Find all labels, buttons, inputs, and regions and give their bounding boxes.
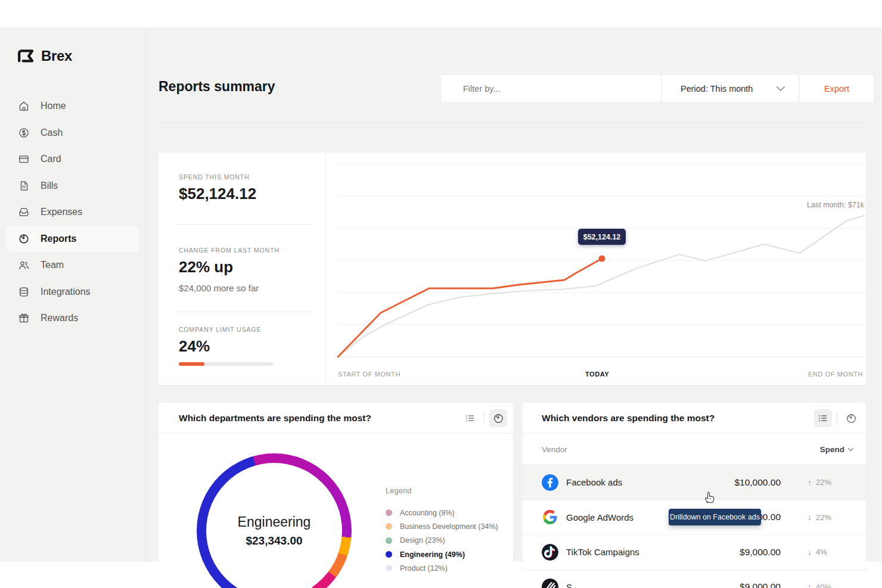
stat-change-from-last-month: CHANGE FROM LAST MONTH 22% up $24,000 mo…	[179, 247, 312, 293]
sidebar-item-label: Bills	[41, 181, 58, 191]
current-point-marker[interactable]	[599, 256, 605, 262]
vendor-row[interactable]: Facebook ads $10,000.00 ↑ 22%	[523, 465, 866, 500]
list-view-button[interactable]	[461, 409, 479, 427]
legend-dot	[386, 523, 392, 530]
brex-logo-mark-icon	[17, 48, 36, 64]
sidebar-item-label: Reports	[41, 234, 76, 244]
sidebar-item-rewards[interactable]: Rewards	[6, 305, 139, 332]
legend-dot	[386, 565, 392, 571]
sidebar-item-card[interactable]: Card	[6, 146, 139, 173]
chart-tooltip: $52,124.12	[578, 229, 626, 245]
column-header-spend-label: Spend	[820, 445, 844, 454]
sidebar-item-label: Integrations	[41, 287, 91, 297]
stat-value: 24%	[179, 337, 312, 356]
pie-chart-icon	[493, 413, 504, 424]
stats-divider	[174, 312, 312, 312]
legend-title: Legend	[386, 486, 498, 495]
vendors-view-toggle	[814, 403, 860, 434]
limit-usage-progress-track	[179, 362, 273, 366]
column-header-spend-sort[interactable]: Spend	[820, 445, 854, 454]
sidebar-nav: Home Cash Card Bills Expenses Reports Te…	[6, 93, 139, 332]
stat-label: COMPANY LIMIT USAGE	[179, 326, 312, 333]
rewards-icon	[18, 312, 30, 324]
limit-usage-progress-fill	[179, 362, 204, 366]
legend-label: Design (23%)	[400, 536, 445, 545]
legend-item[interactable]: Design (23%)	[386, 534, 498, 547]
departments-view-toggle	[461, 403, 507, 434]
sidebar-item-team[interactable]: Team	[6, 252, 139, 279]
header-divider	[159, 122, 866, 123]
sidebar-item-reports[interactable]: Reports	[6, 226, 139, 253]
vendor-change: ↓ 22%	[808, 512, 854, 522]
google-logo	[542, 509, 558, 525]
stat-value: 22% up	[179, 258, 312, 276]
card-icon	[18, 153, 30, 165]
pie-chart-icon	[846, 413, 857, 424]
divider	[484, 412, 485, 425]
sidebar-item-bills[interactable]: Bills	[6, 173, 139, 200]
departments-card-header: Which departments are spending the most?	[159, 403, 513, 434]
app-background: Brex Home Cash Card Bills Expenses Repor…	[0, 27, 882, 562]
x-axis-label-start: START OF MONTH	[338, 371, 400, 378]
period-dropdown[interactable]: Period: This month	[662, 75, 799, 102]
donut-center-value: $23,343.00	[246, 534, 302, 547]
vendor-row[interactable]: TikTok Campaigns $9,000.00 ↓ 4%	[523, 535, 866, 570]
vendor-row[interactable]: S $9,000.00 ↑ 40%	[523, 570, 866, 588]
cash-icon	[18, 127, 30, 139]
donut-center: Engineering $23,343.00	[206, 463, 342, 588]
stat-spend-this-month: SPEND THIS MONTH $52,124.12	[179, 173, 312, 203]
legend-item[interactable]: Accounting (8%)	[386, 506, 498, 519]
sidebar-item-cash[interactable]: Cash	[6, 120, 139, 147]
list-view-button[interactable]	[814, 409, 832, 427]
vendor-name: TikTok Campaigns	[566, 547, 639, 557]
legend-item[interactable]: Engineering (49%)	[386, 547, 498, 561]
bills-icon	[18, 180, 30, 192]
stat-subtext: $24,000 more so far	[179, 283, 312, 293]
sidebar-item-label: Rewards	[41, 313, 78, 323]
arrow-up-icon: ↑	[808, 582, 812, 588]
this-month-line	[338, 259, 602, 357]
vendor-change: ↑ 40%	[808, 582, 854, 588]
spend-summary-card: SPEND THIS MONTH $52,124.12 CHANGE FROM …	[159, 153, 866, 385]
reports-icon	[18, 233, 30, 245]
facebook-logo	[542, 474, 558, 491]
sidebar-item-home[interactable]: Home	[6, 93, 139, 120]
departments-card: Which departments are spending the most?	[159, 403, 513, 588]
export-button[interactable]: Export	[800, 75, 874, 102]
spend-line-chart[interactable]	[325, 153, 866, 365]
vendors-card-title: Which vendors are spending the most?	[542, 413, 715, 424]
sidebar-item-label: Expenses	[41, 207, 82, 217]
brex-logo[interactable]: Brex	[17, 48, 72, 64]
departments-donut-chart[interactable]: Engineering $23,343.00	[197, 453, 352, 588]
departments-card-title: Which departments are spending the most?	[179, 413, 371, 424]
sidebar-item-expenses[interactable]: Expenses	[6, 199, 139, 226]
stat-value: $52,124.12	[179, 185, 312, 203]
list-icon	[465, 413, 476, 424]
export-button-label: Export	[824, 84, 849, 94]
vendor-amount: $9,000.00	[740, 547, 781, 558]
x-axis-label-end: END OF MONTH	[808, 371, 863, 378]
sidebar-item-integrations[interactable]: Integrations	[6, 279, 139, 306]
sidebar: Brex Home Cash Card Bills Expenses Repor…	[0, 27, 146, 562]
brex-logo-text: Brex	[41, 48, 72, 64]
legend-item[interactable]: Product (12%)	[386, 561, 498, 575]
vendor-change-pct: 22%	[816, 513, 831, 522]
arrow-down-icon: ↓	[808, 547, 812, 557]
legend-item[interactable]: Business Development (34%)	[386, 519, 498, 533]
vendor-amount: $9,000.00	[740, 581, 781, 588]
pie-view-button[interactable]	[489, 409, 507, 427]
vendor-name: S	[566, 582, 572, 588]
pie-view-button[interactable]	[842, 409, 860, 427]
striped-logo	[542, 578, 558, 588]
list-icon	[818, 413, 828, 424]
vendor-amount: $10,000.00	[734, 477, 781, 488]
vendors-card-header: Which vendors are spending the most?	[523, 403, 866, 434]
stat-label: SPEND THIS MONTH	[179, 173, 312, 181]
stats-column: SPEND THIS MONTH $52,124.12 CHANGE FROM …	[159, 153, 325, 385]
arrow-up-icon: ↑	[808, 478, 812, 487]
legend-label: Engineering (49%)	[400, 550, 465, 559]
filter-input[interactable]: Filter by...	[441, 75, 661, 102]
sidebar-item-label: Card	[41, 154, 61, 164]
arrow-down-icon: ↓	[808, 512, 812, 522]
chevron-down-icon	[776, 86, 785, 92]
